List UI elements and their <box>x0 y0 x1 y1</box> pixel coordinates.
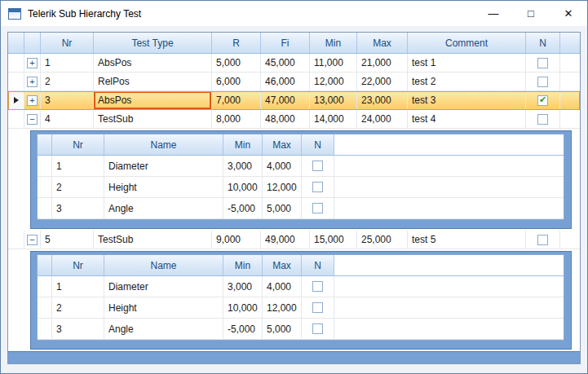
child-cell-max[interactable]: 5,000 <box>263 198 302 219</box>
cell-n[interactable] <box>526 231 560 249</box>
child-cell-max[interactable]: 5,000 <box>263 319 302 340</box>
n-checkbox[interactable] <box>312 323 323 334</box>
child-cell-nr[interactable]: 1 <box>52 156 104 177</box>
cell-nr[interactable]: 2 <box>41 73 94 91</box>
cell-max[interactable]: 24,000 <box>357 110 408 129</box>
n-checkbox[interactable] <box>312 302 323 313</box>
cell-max[interactable]: 22,000 <box>357 73 408 91</box>
expand-toggle-icon[interactable]: + <box>27 95 38 106</box>
cell-r[interactable]: 8,000 <box>212 110 261 129</box>
table-row[interactable]: − 4 TestSub 8,000 48,000 14,000 24,000 t… <box>8 110 580 129</box>
cell-nr[interactable]: 5 <box>41 231 94 249</box>
cell-n[interactable] <box>526 91 560 110</box>
cell-nr[interactable]: 4 <box>41 110 94 129</box>
child-cell-name[interactable]: Height <box>104 297 223 319</box>
child-column-header-min[interactable]: Min <box>223 134 263 155</box>
cell-min[interactable]: 11,000 <box>310 54 357 73</box>
child-column-header-n[interactable]: N <box>302 134 334 155</box>
column-header-test-type[interactable]: Test Type <box>94 33 212 53</box>
child-cell-min[interactable]: 10,000 <box>223 177 263 198</box>
child-cell-min[interactable]: 3,000 <box>223 156 263 177</box>
child-cell-min[interactable]: 3,000 <box>223 276 263 297</box>
maximize-button[interactable]: □ <box>512 1 550 26</box>
child-cell-nr[interactable]: 3 <box>52 198 104 219</box>
cell-fi[interactable]: 48,000 <box>261 110 310 129</box>
table-row[interactable]: − 5 TestSub 9,000 49,000 15,000 25,000 t… <box>8 231 580 249</box>
cell-r[interactable]: 6,000 <box>212 73 261 91</box>
cell-fi[interactable]: 45,000 <box>261 54 310 73</box>
table-row[interactable]: + 1 AbsPos 5,000 45,000 11,000 21,000 te… <box>8 54 580 73</box>
child-cell-min[interactable]: 10,000 <box>223 297 263 319</box>
column-header-nr[interactable]: Nr <box>41 33 94 53</box>
child-column-header-name[interactable]: Name <box>104 134 223 155</box>
child-table-row[interactable]: 2 Height 10,000 12,000 <box>38 297 564 319</box>
child-cell-n[interactable] <box>302 276 334 297</box>
cell-test-type[interactable]: TestSub <box>94 110 212 129</box>
child-column-header-nr[interactable]: Nr <box>52 255 104 275</box>
cell-max[interactable]: 21,000 <box>357 54 408 73</box>
cell-comment[interactable]: test 2 <box>408 73 526 91</box>
child-cell-n[interactable] <box>302 319 334 340</box>
cell-comment[interactable]: test 4 <box>408 110 526 129</box>
child-cell-max[interactable]: 12,000 <box>263 297 302 319</box>
column-header-fi[interactable]: Fi <box>261 33 310 53</box>
table-row[interactable]: + 2 RelPos 6,000 46,000 12,000 22,000 te… <box>8 73 580 91</box>
n-checkbox[interactable] <box>312 161 323 171</box>
minimize-button[interactable]: — <box>475 1 512 26</box>
child-cell-max[interactable]: 12,000 <box>263 177 302 198</box>
cell-min[interactable]: 15,000 <box>310 231 357 249</box>
child-cell-name[interactable]: Angle <box>104 198 223 219</box>
child-table-row[interactable]: 2 Height 10,000 12,000 <box>38 177 564 198</box>
cell-min[interactable]: 13,000 <box>310 91 357 110</box>
cell-comment[interactable]: test 5 <box>408 231 526 249</box>
child-column-header-nr[interactable]: Nr <box>52 134 104 155</box>
cell-fi[interactable]: 49,000 <box>261 231 310 249</box>
column-header-comment[interactable]: Comment <box>408 33 526 53</box>
expand-toggle-icon[interactable]: + <box>27 58 38 68</box>
expand-toggle-icon[interactable]: + <box>27 77 38 87</box>
child-column-header-min[interactable]: Min <box>223 255 263 275</box>
cell-n[interactable] <box>526 73 560 91</box>
child-cell-max[interactable]: 4,000 <box>263 156 302 177</box>
child-cell-name[interactable]: Height <box>104 177 223 198</box>
close-button[interactable]: ✕ <box>550 1 587 26</box>
cell-test-type[interactable]: TestSub <box>94 231 212 249</box>
column-header-r[interactable]: R <box>212 33 261 53</box>
child-cell-name[interactable]: Diameter <box>104 276 223 297</box>
child-table-row[interactable]: 1 Diameter 3,000 4,000 <box>38 276 564 297</box>
cell-test-type[interactable]: AbsPos <box>94 91 212 110</box>
collapse-toggle-icon[interactable]: − <box>27 235 38 245</box>
cell-n[interactable] <box>526 54 560 73</box>
child-cell-n[interactable] <box>302 297 334 319</box>
n-checkbox[interactable] <box>537 114 548 125</box>
cell-comment[interactable]: test 1 <box>408 54 526 73</box>
child-column-header-max[interactable]: Max <box>263 255 302 275</box>
child-cell-nr[interactable]: 2 <box>52 297 104 319</box>
n-checkbox[interactable] <box>537 95 548 106</box>
cell-fi[interactable]: 47,000 <box>261 91 310 110</box>
collapse-toggle-icon[interactable]: − <box>27 114 38 125</box>
child-cell-name[interactable]: Angle <box>104 319 223 340</box>
n-checkbox[interactable] <box>537 58 548 68</box>
cell-r[interactable]: 9,000 <box>212 231 261 249</box>
column-header-n[interactable]: N <box>526 33 560 53</box>
child-cell-nr[interactable]: 2 <box>52 177 104 198</box>
cell-comment[interactable]: test 3 <box>408 91 526 110</box>
child-column-header-name[interactable]: Name <box>104 255 223 275</box>
child-cell-min[interactable]: -5,000 <box>223 319 263 340</box>
cell-min[interactable]: 14,000 <box>310 110 357 129</box>
child-column-header-max[interactable]: Max <box>263 134 302 155</box>
column-header-max[interactable]: Max <box>357 33 408 53</box>
child-table-row[interactable]: 3 Angle -5,000 5,000 <box>38 319 564 340</box>
cell-nr[interactable]: 1 <box>41 54 94 73</box>
child-table-row[interactable]: 1 Diameter 3,000 4,000 <box>38 156 564 177</box>
child-cell-nr[interactable]: 3 <box>52 319 104 340</box>
child-cell-min[interactable]: -5,000 <box>223 198 263 219</box>
n-checkbox[interactable] <box>537 77 548 87</box>
child-cell-n[interactable] <box>302 156 334 177</box>
cell-r[interactable]: 5,000 <box>212 54 261 73</box>
child-cell-max[interactable]: 4,000 <box>263 276 302 297</box>
n-checkbox[interactable] <box>312 281 323 292</box>
child-table-row[interactable]: 3 Angle -5,000 5,000 <box>38 198 564 219</box>
cell-min[interactable]: 12,000 <box>310 73 357 91</box>
